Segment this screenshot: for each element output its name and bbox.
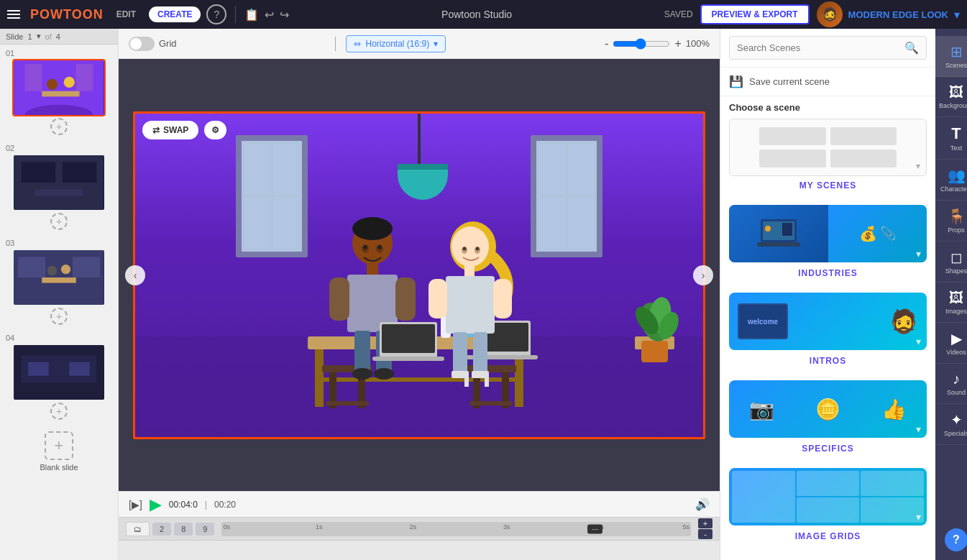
my-scenes-grid xyxy=(759,127,897,167)
specifics-chevron: ▾ xyxy=(916,423,921,435)
specifics-image-inner: 📷 🪙 👍 xyxy=(729,380,927,438)
industries-card[interactable]: 💰 📎 ▾ xyxy=(729,205,927,262)
orientation-button[interactable]: ⇔ Horizontal (16:9) ▾ xyxy=(346,35,446,52)
timeline-track[interactable]: 0s 1s 2s 3s 4s 5s ··· xyxy=(221,522,691,536)
timeline-btn-1[interactable]: 🗂 xyxy=(126,522,150,536)
blank-slide-area[interactable]: + Blank slide xyxy=(0,424,118,479)
help-bubble-button[interactable]: ? xyxy=(945,528,967,551)
image-grids-card[interactable]: ▾ xyxy=(729,468,927,525)
next-slide-button[interactable]: › xyxy=(693,265,713,285)
toggle-knob xyxy=(130,38,142,50)
add-blank-slide-button[interactable]: + xyxy=(45,431,73,460)
slide-add-4[interactable]: + xyxy=(50,403,68,420)
sidebar-item-images[interactable]: 🖼 Images xyxy=(935,283,967,323)
slide-thumb-1[interactable] xyxy=(12,59,106,116)
svg-rect-59 xyxy=(464,265,475,277)
notes-icon[interactable]: 📋 xyxy=(244,8,259,22)
props-icon: 🪑 xyxy=(948,208,966,225)
timeline: 🗂 2 8 9 0s 1s 2s 3s 4s 5s ··· xyxy=(119,517,720,560)
welcome-text: welcome xyxy=(748,318,778,326)
sidebar-item-characters[interactable]: 👥 Characters xyxy=(935,160,967,201)
sidebar-item-shapes[interactable]: ◻ Shapes xyxy=(935,242,967,283)
chevron-down-icon[interactable]: ▾ xyxy=(954,8,960,22)
specifics-card[interactable]: 📷 🪙 👍 ▾ xyxy=(729,380,927,438)
timeline-zoom-plus[interactable]: + xyxy=(698,518,712,528)
svg-rect-3 xyxy=(42,91,79,97)
my-scenes-label: MY SCENES xyxy=(729,176,927,196)
svg-rect-61 xyxy=(428,279,447,318)
sidebar-item-specials[interactable]: ✦ Specials xyxy=(935,404,967,445)
help-button[interactable]: ? xyxy=(206,4,226,24)
scenes-content: ▾ MY SCENES xyxy=(720,119,935,560)
sidebar-item-text[interactable]: T Text xyxy=(935,117,967,160)
redo-icon[interactable]: ↪ xyxy=(280,8,289,22)
frame-play-icon[interactable]: [▶] xyxy=(129,499,142,510)
svg-rect-9 xyxy=(63,162,97,183)
intros-card-image: welcome 🧔 ▾ xyxy=(729,293,927,350)
industries-section: 💰 📎 ▾ INDUSTRIES xyxy=(720,205,935,293)
search-icon[interactable]: 🔍 xyxy=(904,41,919,55)
svg-rect-23 xyxy=(315,349,324,407)
slide-add-3[interactable]: + xyxy=(50,308,68,325)
timeline-btn-4[interactable]: 9 xyxy=(196,523,214,536)
search-scenes-box[interactable]: 🔍 xyxy=(729,36,927,60)
my-scenes-box[interactable]: ▾ xyxy=(729,119,927,176)
play-button[interactable]: ▶ xyxy=(150,497,162,513)
preview-export-button[interactable]: PREVIEW & EXPORT xyxy=(700,4,810,24)
svg-rect-67 xyxy=(464,377,469,387)
slide-add-2[interactable]: + xyxy=(50,213,68,230)
zoom-label: 100% xyxy=(686,38,710,49)
slide-num-2: 02 xyxy=(0,144,118,152)
undo-icon[interactable]: ↩ xyxy=(265,8,274,22)
search-scenes-input[interactable] xyxy=(737,42,900,53)
menu-icon[interactable] xyxy=(7,10,20,19)
industries-icon-2: 📎 xyxy=(880,226,896,242)
sidebar-item-background[interactable]: 🖼 Background xyxy=(935,77,967,117)
slide-preview-svg-3 xyxy=(14,250,104,305)
timeline-btn-3[interactable]: 8 xyxy=(174,523,193,536)
stage-background[interactable]: ⇄ SWAP ⚙ xyxy=(135,114,703,437)
slide-thumb-2[interactable] xyxy=(12,154,106,211)
grid-toggle-switch[interactable] xyxy=(129,37,155,51)
svg-rect-64 xyxy=(473,332,487,375)
characters-icon: 👥 xyxy=(948,167,966,184)
slide-thumb-3[interactable] xyxy=(12,249,106,306)
sidebar-item-props[interactable]: 🪑 Props xyxy=(935,201,967,242)
slide-add-1[interactable]: + xyxy=(50,118,68,135)
svg-rect-49 xyxy=(382,324,435,353)
create-button[interactable]: CREATE xyxy=(149,6,201,22)
timeline-btn-2[interactable]: 2 xyxy=(152,523,171,536)
sidebar-item-scenes[interactable]: ⊞ Scenes xyxy=(935,36,967,77)
zoom-minus-button[interactable]: - xyxy=(605,37,608,50)
prev-slide-button[interactable]: ‹ xyxy=(125,265,145,285)
edit-button[interactable]: EDIT xyxy=(109,6,143,22)
svg-rect-50 xyxy=(372,357,444,361)
slide-header: Slide 1 ▾ of 4 xyxy=(0,29,118,45)
slide-thumb-4[interactable] xyxy=(12,344,106,401)
svg-point-15 xyxy=(47,266,57,275)
slide-dropdown-icon[interactable]: ▾ xyxy=(37,32,41,41)
volume-icon[interactable]: 🔊 xyxy=(695,497,710,511)
svg-point-42 xyxy=(352,368,372,380)
sidebar-item-videos[interactable]: ▶ Videos xyxy=(935,323,967,364)
top-right-area: SAVED PREVIEW & EXPORT 🧔 MODERN EDGE LOO… xyxy=(664,1,960,27)
svg-rect-13 xyxy=(73,257,100,278)
grid-toggle[interactable]: Grid xyxy=(129,37,177,51)
scenes-icon: ⊞ xyxy=(950,43,963,60)
save-current-scene-button[interactable]: 💾 Save current scene xyxy=(720,68,935,96)
intros-card[interactable]: welcome 🧔 ▾ xyxy=(729,293,927,350)
playback-bar: [▶] ▶ 00:04:0 | 00:20 🔊 xyxy=(119,491,720,517)
tick-2s: 2s xyxy=(409,523,416,531)
slide-thumb-inner-3 xyxy=(14,250,104,305)
slide-row-2: 02 + xyxy=(0,139,118,234)
timeline-zoom-minus[interactable]: - xyxy=(698,529,712,539)
sidebar-item-sound[interactable]: ♪ Sound xyxy=(935,364,967,404)
swap-button[interactable]: ⇄ SWAP xyxy=(142,121,198,139)
specifics-section: 📷 🪙 👍 ▾ SPECIFICS xyxy=(720,380,935,468)
zoom-plus-button[interactable]: + xyxy=(674,37,681,50)
slide-row-4: 04 + xyxy=(0,329,118,424)
zoom-slider[interactable] xyxy=(613,38,670,50)
svg-rect-74 xyxy=(641,341,668,362)
settings-button[interactable]: ⚙ xyxy=(204,121,226,139)
intros-label: INTROS xyxy=(729,352,927,372)
